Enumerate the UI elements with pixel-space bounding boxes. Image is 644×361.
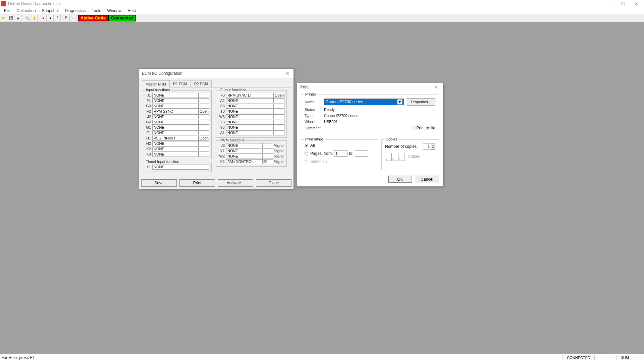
properties-button[interactable]: Properties... [407,98,435,106]
copies-input[interactable] [423,144,431,148]
io-field[interactable]: NONE [152,130,199,135]
io-extra[interactable] [199,93,209,98]
io-field[interactable]: NONE [152,98,199,103]
menu-help[interactable]: Help [125,8,139,14]
menu-tools[interactable]: Tools [89,8,104,14]
tab-r1-ecm[interactable]: R1 ECM [169,80,191,87]
io-extra[interactable] [274,109,284,114]
io-extra[interactable] [199,141,209,146]
maximize-icon[interactable]: ☐ [619,1,627,6]
tab-r2-ecm[interactable]: R2 ECM [191,80,212,87]
io-extra[interactable]: Open [274,93,284,98]
io-extra[interactable] [199,114,209,119]
io-extra[interactable] [274,114,284,119]
range-all-radio[interactable] [305,144,308,147]
range-to-input[interactable] [355,151,368,157]
io-extra[interactable] [262,143,273,148]
io-extra[interactable] [274,125,284,130]
tb-help-icon[interactable]: ? [54,15,61,21]
tb-back-icon[interactable]: ← [70,15,77,21]
print-button[interactable]: Print [179,179,215,187]
io-field[interactable]: NONE [226,143,262,148]
close-button[interactable]: Close [256,179,291,187]
io-field[interactable]: NONE [152,165,209,170]
io-field[interactable]: NONE [152,104,199,109]
io-extra[interactable] [199,125,209,130]
workspace [0,22,644,354]
tb-r-icon[interactable]: R [63,15,70,21]
save-button[interactable]: Save [141,179,177,187]
io-extra[interactable] [199,152,209,157]
io-extra[interactable] [199,146,209,152]
io-extra[interactable] [262,154,273,159]
tb-open-icon[interactable]: 📂 [1,15,7,21]
io-field[interactable]: NONE [226,109,274,114]
tb-record-icon[interactable]: ● [40,15,47,21]
io-row: W2NONE%gnd [218,154,284,159]
io-field[interactable]: NONE [226,104,274,109]
io-field[interactable]: VSG INHIBIT [152,136,199,141]
io-field[interactable]: NONE [226,154,262,159]
io-extra[interactable] [274,104,284,109]
io-extra[interactable] [199,98,209,103]
io-field[interactable]: FAN CONTROL [226,159,262,164]
io-field[interactable]: NONE [152,141,199,146]
tb-search-icon[interactable]: 🔍 [24,15,31,21]
io-extra[interactable] [199,120,209,125]
io-field[interactable]: NONE [226,98,274,103]
io-extra[interactable] [274,98,284,103]
io-field[interactable]: NONE [226,120,274,125]
menu-file[interactable]: File [1,8,13,14]
print-close-icon[interactable]: ✕ [433,84,440,90]
minimize-icon[interactable]: — [605,1,614,6]
menu-calibration[interactable]: Calibration [14,8,38,14]
io-field[interactable]: NONE [152,152,199,157]
io-field[interactable]: NONE [226,125,274,130]
tb-print-icon[interactable]: 🖨 [15,15,21,21]
menu-diagnostics[interactable]: Diagnostics [62,8,88,14]
spin-down-icon[interactable]: ▼ [431,146,435,149]
printer-name-select[interactable]: Canon iP2700 series ▾ [324,99,404,105]
output-functions-group: Output functions F3RPM SYNC LTOpenA2NONE… [216,90,287,138]
io-extra[interactable]: Open [199,109,209,114]
io-field[interactable]: NONE [226,148,262,154]
io-label: F2 [144,109,152,113]
tb-save-icon[interactable]: 💾 [8,15,14,21]
io-suffix: %gnd [273,149,284,153]
range-pages-radio[interactable] [305,152,308,156]
io-row: F2RPM SYNCOpen [144,109,209,114]
range-all-label: All [310,143,315,148]
ecm-close-icon[interactable]: ✕ [284,71,291,76]
io-field[interactable]: NONE [226,114,274,119]
ok-button[interactable]: OK [388,176,412,183]
io-field[interactable]: RPM SYNC LT [226,93,274,98]
io-extra[interactable]: Open [199,136,209,141]
io-field[interactable]: NONE [226,130,274,135]
io-field[interactable]: NONE [152,114,199,119]
io-extra[interactable] [274,130,284,135]
io-field[interactable]: NONE [152,125,199,130]
io-extra[interactable] [199,130,209,135]
io-field[interactable]: NONE [152,120,199,125]
spin-up-icon[interactable]: ▲ [431,143,435,146]
close-icon[interactable]: ✕ [632,1,641,6]
io-field[interactable]: NONE [152,93,199,98]
cancel-button[interactable]: Cancel [415,176,439,183]
io-row: J3NONE%gnd [218,143,284,148]
activate-button[interactable]: Activate... [218,179,253,187]
io-row: K2NONE [144,146,209,152]
print-to-file-checkbox[interactable] [411,126,415,130]
tb-stop-icon[interactable]: ● [47,15,54,21]
menu-window[interactable]: Window [104,8,124,14]
io-field[interactable]: RPM SYNC [152,109,199,114]
menu-snapshot[interactable]: Snapshot [39,8,62,14]
io-field[interactable]: NONE [152,146,199,152]
io-extra[interactable] [274,120,284,125]
io-extra[interactable]: 90 [262,159,273,164]
copies-spinner[interactable]: ▲▼ [423,143,435,150]
tb-hint-icon[interactable]: 💡 [31,15,38,21]
tab-master-ecm[interactable]: Master ECM [142,80,170,87]
range-from-input[interactable] [334,151,347,157]
io-extra[interactable] [262,148,273,154]
io-extra[interactable] [199,104,209,109]
